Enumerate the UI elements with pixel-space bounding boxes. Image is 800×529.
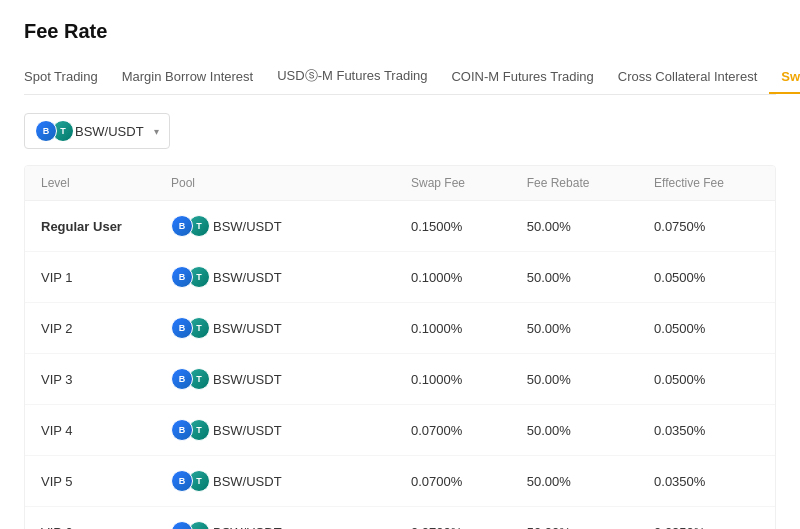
- cell-fee-rebate: 50.00%: [511, 201, 638, 252]
- bsw-icon: B: [171, 266, 193, 288]
- cell-pool: B T BSW/USDT: [155, 354, 395, 405]
- cell-effective-fee: 0.0500%: [638, 303, 775, 354]
- pool-name: BSW/USDT: [213, 372, 282, 387]
- pool-dropdown[interactable]: B T BSW/USDT ▾: [24, 113, 170, 149]
- nav-tab-spot-trading[interactable]: Spot Trading: [24, 61, 110, 94]
- pool-name: BSW/USDT: [213, 423, 282, 438]
- dropdown-wrapper: B T BSW/USDT ▾: [24, 113, 776, 149]
- nav-tab-swap-farming[interactable]: Swap Farming: [769, 61, 800, 94]
- cell-fee-rebate: 50.00%: [511, 456, 638, 507]
- bsw-icon: B: [35, 120, 57, 142]
- cell-fee-rebate: 50.00%: [511, 507, 638, 530]
- chevron-down-icon: ▾: [154, 126, 159, 137]
- cell-pool: B T BSW/USDT: [155, 303, 395, 354]
- cell-effective-fee: 0.0350%: [638, 456, 775, 507]
- cell-swap-fee: 0.1000%: [395, 303, 511, 354]
- page-title: Fee Rate: [24, 20, 776, 43]
- table-row: VIP 5 B T BSW/USDT 0.0700%50.00%0.0350%: [25, 456, 775, 507]
- cell-swap-fee: 0.0700%: [395, 405, 511, 456]
- cell-swap-fee: 0.0700%: [395, 456, 511, 507]
- cell-level: VIP 1: [25, 252, 155, 303]
- col-header-swap-fee: Swap Fee: [395, 166, 511, 201]
- cell-swap-fee: 0.1500%: [395, 201, 511, 252]
- cell-fee-rebate: 50.00%: [511, 252, 638, 303]
- cell-effective-fee: 0.0500%: [638, 354, 775, 405]
- cell-pool: B T BSW/USDT: [155, 405, 395, 456]
- cell-level: VIP 3: [25, 354, 155, 405]
- cell-pool: B T BSW/USDT: [155, 201, 395, 252]
- nav-tabs: Spot TradingMargin Borrow InterestUSDⓢ-M…: [24, 59, 776, 95]
- bsw-icon: B: [171, 470, 193, 492]
- pool-name: BSW/USDT: [213, 270, 282, 285]
- table-row: VIP 6 B T BSW/USDT 0.0700%50.00%0.0350%: [25, 507, 775, 530]
- cell-level: Regular User: [25, 201, 155, 252]
- pool-name: BSW/USDT: [213, 321, 282, 336]
- cell-effective-fee: 0.0350%: [638, 507, 775, 530]
- cell-effective-fee: 0.0350%: [638, 405, 775, 456]
- col-header-fee-rebate: Fee Rebate: [511, 166, 638, 201]
- nav-tab-coin-futures[interactable]: COIN-M Futures Trading: [439, 61, 605, 94]
- pool-name: BSW/USDT: [213, 219, 282, 234]
- fee-rate-table: LevelPoolSwap FeeFee RebateEffective Fee…: [24, 165, 776, 529]
- table-row: VIP 1 B T BSW/USDT 0.1000%50.00%0.0500%: [25, 252, 775, 303]
- cell-fee-rebate: 50.00%: [511, 354, 638, 405]
- table-header: LevelPoolSwap FeeFee RebateEffective Fee: [25, 166, 775, 201]
- cell-fee-rebate: 50.00%: [511, 405, 638, 456]
- col-header-effective-fee: Effective Fee: [638, 166, 775, 201]
- dropdown-label: BSW/USDT: [75, 124, 144, 139]
- pool-name: BSW/USDT: [213, 525, 282, 530]
- cell-fee-rebate: 50.00%: [511, 303, 638, 354]
- page: Fee Rate Spot TradingMargin Borrow Inter…: [0, 0, 800, 529]
- pool-name: BSW/USDT: [213, 474, 282, 489]
- table-row: VIP 4 B T BSW/USDT 0.0700%50.00%0.0350%: [25, 405, 775, 456]
- bsw-icon: B: [171, 215, 193, 237]
- bsw-icon: B: [171, 317, 193, 339]
- cell-pool: B T BSW/USDT: [155, 507, 395, 530]
- table-body: Regular User B T BSW/USDT 0.1500%50.00%0…: [25, 201, 775, 530]
- table-row: Regular User B T BSW/USDT 0.1500%50.00%0…: [25, 201, 775, 252]
- cell-swap-fee: 0.1000%: [395, 354, 511, 405]
- cell-pool: B T BSW/USDT: [155, 252, 395, 303]
- bsw-icon: B: [171, 368, 193, 390]
- cell-swap-fee: 0.0700%: [395, 507, 511, 530]
- bsw-icon: B: [171, 419, 193, 441]
- table-row: VIP 3 B T BSW/USDT 0.1000%50.00%0.0500%: [25, 354, 775, 405]
- cell-swap-fee: 0.1000%: [395, 252, 511, 303]
- cell-level: VIP 2: [25, 303, 155, 354]
- table-row: VIP 2 B T BSW/USDT 0.1000%50.00%0.0500%: [25, 303, 775, 354]
- cell-pool: B T BSW/USDT: [155, 456, 395, 507]
- col-header-pool: Pool: [155, 166, 395, 201]
- nav-tab-margin-borrow[interactable]: Margin Borrow Interest: [110, 61, 266, 94]
- cell-level: VIP 6: [25, 507, 155, 530]
- cell-effective-fee: 0.0500%: [638, 252, 775, 303]
- bsw-icon: B: [171, 521, 193, 529]
- cell-level: VIP 4: [25, 405, 155, 456]
- nav-tab-cross-collateral[interactable]: Cross Collateral Interest: [606, 61, 769, 94]
- cell-level: VIP 5: [25, 456, 155, 507]
- col-header-level: Level: [25, 166, 155, 201]
- cell-effective-fee: 0.0750%: [638, 201, 775, 252]
- nav-tab-usd-futures[interactable]: USDⓢ-M Futures Trading: [265, 59, 439, 95]
